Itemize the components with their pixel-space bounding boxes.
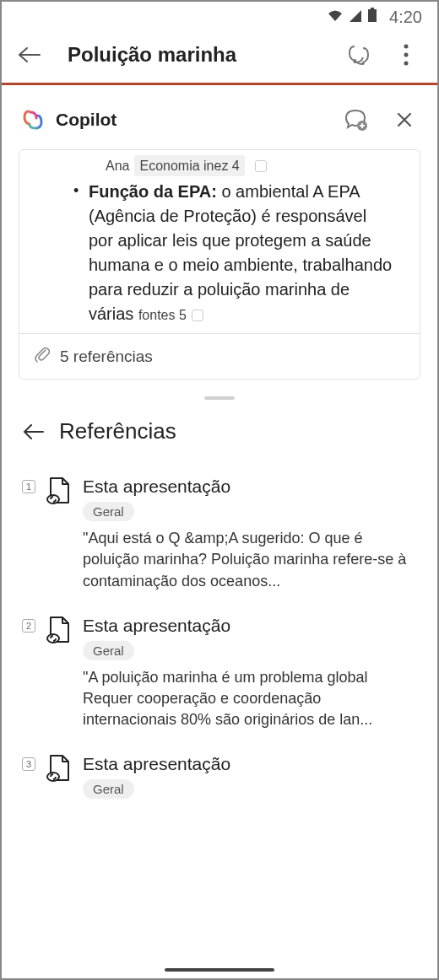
signal-icon	[349, 7, 362, 27]
document-link-icon	[46, 616, 71, 644]
clock-time: 4:20	[389, 8, 422, 27]
attachment-icon	[35, 346, 50, 367]
reference-tag: Geral	[83, 641, 134, 660]
svg-point-2	[404, 45, 409, 49]
copilot-title: Copilot	[56, 110, 329, 130]
references-footer[interactable]: 5 referências	[19, 333, 420, 379]
reference-item[interactable]: 3 Esta apresentação Geral	[2, 742, 437, 817]
ref-chip[interactable]	[255, 160, 267, 172]
app-header: Poluição marinha	[2, 30, 437, 83]
back-button[interactable]	[17, 43, 41, 67]
reference-number: 2	[22, 619, 35, 633]
svg-rect-1	[371, 8, 374, 9]
reference-item[interactable]: 1 Esta apresentação Geral "Aqui está o Q…	[2, 465, 437, 604]
reference-number: 3	[22, 757, 35, 771]
references-count: 5 referências	[60, 347, 153, 366]
reference-source: Esta apresentação	[83, 754, 410, 774]
reference-tag: Geral	[83, 779, 134, 799]
reference-tag: Geral	[83, 502, 134, 521]
status-bar: 4:20	[2, 2, 437, 30]
document-link-icon	[46, 754, 71, 783]
tag-a: Ana	[106, 156, 129, 175]
more-options-icon[interactable]	[390, 39, 422, 71]
references-header: Referências	[2, 412, 437, 465]
source-count: fontes 5	[138, 305, 187, 325]
reference-excerpt: "A poluição marinha é um problema global…	[83, 667, 410, 731]
copilot-response-card: Ana Economia inez 4 Função da EPA: o amb…	[19, 149, 420, 380]
wifi-icon	[327, 7, 344, 27]
reference-source: Esta apresentação	[83, 477, 410, 497]
drag-handle[interactable]	[204, 396, 235, 400]
ref-chip[interactable]	[192, 310, 203, 321]
copilot-pane: Copilot Ana Economia inez 4 Função da EP…	[2, 85, 437, 817]
svg-point-3	[404, 53, 409, 57]
reference-number: 1	[22, 480, 35, 493]
reference-item[interactable]: 2 Esta apresentação Geral "A poluição ma…	[2, 604, 437, 743]
copilot-header: Copilot	[2, 85, 437, 149]
reference-excerpt: "Aqui está o Q &amp;A sugerido: O que é …	[83, 528, 410, 592]
home-indicator[interactable]	[165, 968, 274, 972]
tag-b: Economia inez 4	[134, 155, 244, 176]
battery-icon	[367, 7, 377, 27]
copilot-header-icon[interactable]	[343, 39, 375, 71]
new-chat-icon[interactable]	[341, 105, 370, 134]
bullet-body: o ambiental A EPA (Agência de Proteção) …	[89, 182, 392, 323]
svg-rect-0	[368, 9, 377, 22]
references-back-button[interactable]	[22, 421, 44, 443]
page-title: Poluição marinha	[56, 43, 328, 67]
response-bullet: Função da EPA: o ambiental A EPA (Agênci…	[19, 180, 420, 326]
copilot-logo-icon	[22, 109, 44, 131]
svg-point-4	[404, 62, 409, 66]
document-link-icon	[46, 477, 71, 505]
references-title: Referências	[59, 418, 176, 444]
bullet-heading: Função da EPA:	[89, 182, 217, 201]
close-icon[interactable]	[392, 107, 417, 132]
reference-source: Esta apresentação	[83, 616, 410, 636]
